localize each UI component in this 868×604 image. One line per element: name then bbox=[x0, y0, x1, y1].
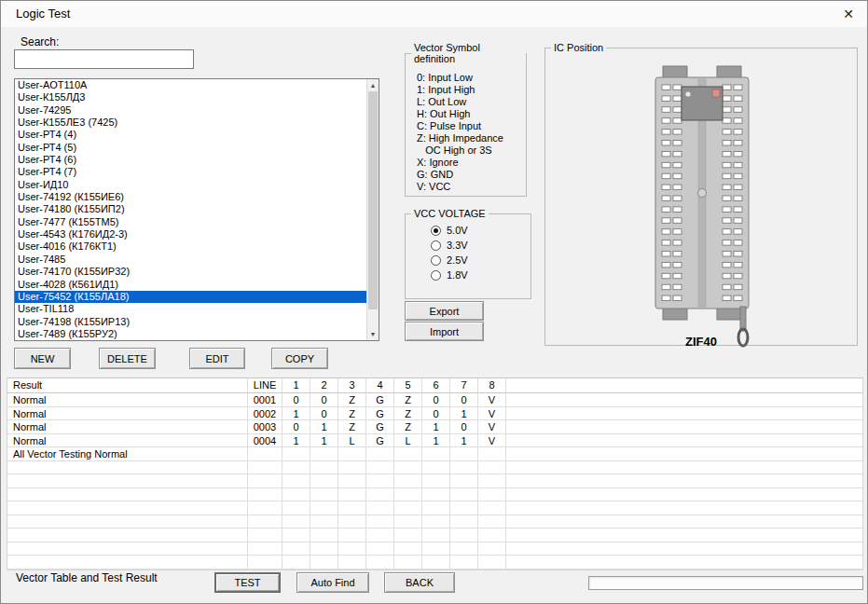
list-item[interactable]: User-4543 (К176ИД2-3) bbox=[15, 228, 366, 240]
edit-button[interactable]: EDIT bbox=[189, 348, 245, 369]
table-cell bbox=[282, 488, 310, 502]
list-item[interactable]: User-75452 (К155ЛА18) bbox=[15, 291, 366, 303]
table-cell bbox=[310, 474, 338, 488]
table-row[interactable] bbox=[7, 461, 862, 475]
vcc-option-5.0V[interactable]: 5.0V bbox=[431, 223, 530, 238]
table-cell: G bbox=[366, 407, 394, 421]
list-item[interactable]: User-К155ЛД3 bbox=[15, 91, 366, 103]
list-item[interactable]: User-74180 (К155ИП2) bbox=[15, 203, 366, 215]
list-item[interactable]: User-TIL118 bbox=[15, 303, 366, 315]
table-cell: 0 bbox=[422, 393, 450, 407]
list-item[interactable]: User-4028 (К561ИД1) bbox=[15, 279, 366, 291]
list-item[interactable]: User-РТ4 (4) bbox=[15, 129, 366, 141]
table-cell: Z bbox=[338, 393, 366, 407]
table-cell bbox=[422, 556, 450, 570]
table-cell: 0 bbox=[282, 420, 310, 434]
list-item[interactable]: User-РТ4 (7) bbox=[15, 166, 366, 178]
list-item[interactable]: User-РТ4 (5) bbox=[15, 142, 366, 154]
titlebar: Logic Test ✕ bbox=[1, 1, 867, 27]
radio-label: 2.5V bbox=[447, 254, 468, 266]
table-cell: 1 bbox=[450, 407, 478, 421]
back-button[interactable]: BACK bbox=[384, 572, 455, 593]
table-row[interactable] bbox=[7, 515, 862, 529]
table-row[interactable] bbox=[7, 528, 862, 542]
table-cell bbox=[366, 501, 394, 515]
vcc-option-3.3V[interactable]: 3.3V bbox=[431, 238, 530, 253]
list-item[interactable]: User-7489 (К155РУ2) bbox=[15, 328, 366, 340]
delete-button[interactable]: DELETE bbox=[99, 348, 156, 369]
table-cell: All Vector Testing Normal bbox=[7, 447, 248, 461]
list-item[interactable]: User-74295 bbox=[15, 104, 366, 117]
vector-symbol-line: 0: Input Low bbox=[417, 72, 526, 84]
vcc-option-1.8V[interactable]: 1.8V bbox=[431, 268, 530, 282]
list-item[interactable]: User-74192 (К155ИЕ6) bbox=[15, 191, 366, 203]
new-button[interactable]: NEW bbox=[14, 348, 71, 369]
radio-icon[interactable] bbox=[431, 270, 441, 281]
list-item[interactable]: User-74198 (К155ИР13) bbox=[15, 316, 366, 328]
table-row[interactable] bbox=[7, 556, 862, 570]
table-cell: Z bbox=[338, 407, 366, 421]
table-cell: G bbox=[366, 420, 394, 434]
table-cell: 0 bbox=[450, 420, 478, 434]
scrollbar-thumb[interactable] bbox=[368, 91, 378, 309]
list-item[interactable]: User-7485 bbox=[15, 254, 366, 266]
table-row[interactable]: Normal000411LGL11V bbox=[7, 434, 862, 448]
close-icon[interactable]: ✕ bbox=[843, 1, 854, 27]
table-cell-filler bbox=[506, 407, 862, 421]
table-cell bbox=[310, 461, 338, 475]
table-row[interactable] bbox=[7, 542, 862, 556]
vector-symbol-title: Vector Symbol definition bbox=[411, 42, 526, 64]
table-cell: 0003 bbox=[248, 420, 282, 434]
table-cell bbox=[422, 501, 450, 515]
scroll-up-icon[interactable]: ▲ bbox=[367, 79, 379, 91]
table-row[interactable]: Normal000100ZGZ00V bbox=[7, 393, 862, 407]
import-button[interactable]: Import bbox=[405, 322, 484, 341]
list-item[interactable]: User-РТ4 (6) bbox=[15, 154, 366, 166]
table-row[interactable] bbox=[7, 474, 862, 488]
list-item[interactable]: User-74170 (К155ИР32) bbox=[15, 266, 366, 278]
zif-socket-label: ZIF40 bbox=[545, 335, 857, 349]
table-row[interactable]: Normal000301ZGZ10V bbox=[7, 420, 862, 434]
table-cell-filler bbox=[506, 420, 862, 434]
table-cell-filler bbox=[506, 378, 862, 393]
radio-icon[interactable] bbox=[431, 226, 441, 236]
export-button[interactable]: Export bbox=[405, 301, 484, 321]
radio-icon[interactable] bbox=[431, 240, 441, 251]
list-item[interactable]: User-4016 (К176КТ1) bbox=[15, 240, 366, 253]
table-cell-filler bbox=[506, 488, 862, 502]
table-row[interactable] bbox=[7, 501, 862, 515]
table-cell bbox=[248, 474, 282, 488]
search-input[interactable] bbox=[14, 49, 194, 69]
test-button[interactable]: TEST bbox=[214, 572, 281, 593]
list-scrollbar[interactable]: ▲ ▼ bbox=[366, 79, 379, 340]
vcc-option-2.5V[interactable]: 2.5V bbox=[431, 253, 530, 268]
table-cell bbox=[450, 515, 478, 529]
table-cell-filler bbox=[506, 447, 862, 461]
vector-symbol-lines: 0: Input Low1: Input HighL: Out LowH: Ou… bbox=[406, 64, 526, 193]
table-cell-filler bbox=[506, 474, 862, 488]
table-row[interactable]: All Vector Testing Normal bbox=[7, 447, 862, 461]
list-item[interactable]: User-К155ЛЕ3 (7425) bbox=[15, 117, 366, 129]
radio-icon[interactable] bbox=[431, 255, 441, 266]
table-cell bbox=[248, 556, 282, 570]
table-cell bbox=[7, 528, 248, 542]
auto-find-button[interactable]: Auto Find bbox=[296, 572, 369, 593]
copy-button[interactable]: COPY bbox=[271, 348, 328, 369]
table-cell bbox=[450, 461, 478, 475]
table-row[interactable]: Normal000210ZGZ01V bbox=[7, 407, 862, 421]
ic-position-group: IC Position ZIF40 bbox=[544, 42, 858, 346]
table-cell bbox=[282, 515, 310, 529]
device-listbox[interactable]: User-AOT110AUser-К155ЛД3User-74295User-К… bbox=[14, 78, 379, 341]
table-row[interactable] bbox=[7, 488, 862, 502]
list-item[interactable]: User-ИД10 bbox=[15, 179, 366, 191]
list-item[interactable]: User-AOT110A bbox=[15, 79, 366, 91]
table-cell-filler bbox=[506, 528, 862, 542]
search-label: Search: bbox=[21, 35, 59, 48]
list-item[interactable]: User-7477 (К155ТМ5) bbox=[15, 216, 366, 228]
column-header: 1 bbox=[282, 378, 310, 393]
table-cell: 1 bbox=[282, 407, 310, 421]
table-cell bbox=[310, 515, 338, 529]
table-cell bbox=[478, 501, 506, 515]
scroll-down-icon[interactable]: ▼ bbox=[367, 328, 379, 340]
column-header: 8 bbox=[478, 378, 506, 393]
